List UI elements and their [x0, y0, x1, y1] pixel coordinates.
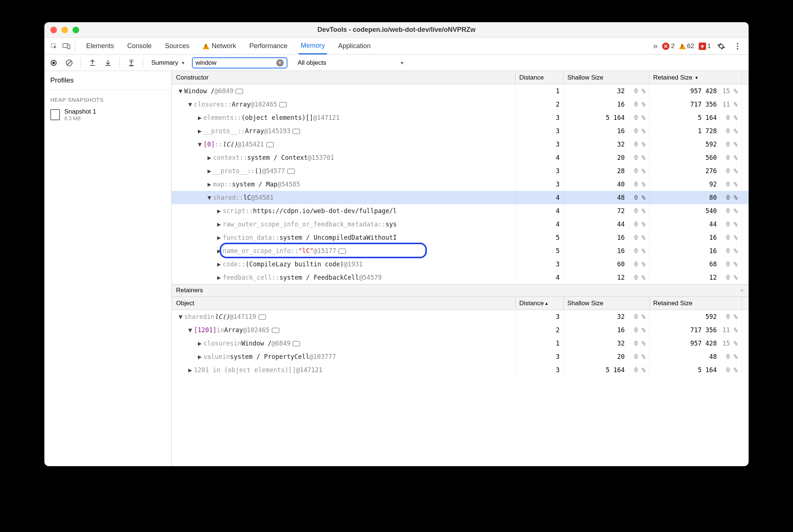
disclosure-icon[interactable]: ▶	[207, 167, 212, 175]
tab-sources[interactable]: Sources	[163, 38, 192, 54]
record-icon[interactable]	[48, 57, 59, 68]
retainer-row[interactable]: ▶value in system / PropertyCell @1037773…	[172, 350, 749, 363]
reveal-icon[interactable]	[266, 142, 274, 147]
chevron-down-icon: ▼	[400, 61, 404, 65]
retainers-header[interactable]: Retainers ≡	[172, 284, 749, 297]
issues-count-label: 1	[708, 43, 711, 50]
retainer-row[interactable]: ▼[1201] in Array @1024652160 %717 35611 …	[172, 323, 749, 337]
traffic-lights	[50, 27, 79, 33]
class-filter-input[interactable]: ✕	[192, 57, 287, 68]
settings-icon[interactable]	[715, 40, 727, 52]
disclosure-icon[interactable]: ▶	[198, 127, 202, 135]
heap-row[interactable]: ▶raw_outer_scope_info_or_feedback_metada…	[172, 218, 749, 231]
retainers-label: Retainers	[176, 287, 203, 294]
svg-rect-7	[129, 65, 134, 66]
disclosure-icon[interactable]: ▼	[198, 141, 202, 148]
col-shallow[interactable]: Shallow Size	[564, 71, 649, 84]
heap-row[interactable]: ▶name_or_scope_info :: "lC" @151775160 %…	[172, 244, 749, 257]
tab-network[interactable]: Network	[200, 38, 238, 54]
more-tabs-button[interactable]: »	[649, 40, 661, 52]
heap-row[interactable]: ▼[0] :: lC() @1454213320 %5920 %	[172, 138, 749, 151]
col-distance[interactable]: Distance	[516, 71, 564, 84]
disclosure-icon[interactable]: ▶	[207, 154, 212, 161]
svg-point-4	[53, 61, 55, 64]
resize-grip-icon[interactable]: ≡	[740, 287, 744, 293]
heap-row[interactable]: ▶code :: (CompileLazy builtin code) @193…	[172, 257, 749, 271]
tab-application[interactable]: Application	[336, 38, 373, 54]
reveal-icon[interactable]	[338, 249, 346, 254]
window-title: DevTools - codepen.io/web-dot-dev/live/o…	[44, 26, 749, 34]
warning-count-label: 62	[687, 43, 694, 50]
heap-row[interactable]: ▶function_data :: system / UncompiledDat…	[172, 231, 749, 244]
disclosure-icon[interactable]: ▶	[217, 260, 221, 268]
sort-asc-icon: ▲	[544, 301, 549, 306]
reveal-icon[interactable]	[293, 129, 300, 134]
sort-desc-icon: ▼	[695, 75, 699, 80]
reveal-icon[interactable]	[279, 102, 287, 107]
retainer-row[interactable]: ▶1201 in (object elements)[] @14712135 1…	[172, 363, 749, 377]
reveal-icon[interactable]	[259, 314, 266, 320]
heap-row[interactable]: ▶__proto__ :: Array @1451933160 %1 7280 …	[172, 124, 749, 138]
heap-row[interactable]: ▶__proto__ :: () @545773280 %2760 %	[172, 164, 749, 178]
issues-icon: ■	[699, 43, 706, 50]
load-profile-icon[interactable]	[87, 57, 98, 68]
snapshot-item[interactable]: Snapshot 16.3 MB	[44, 105, 171, 124]
retainer-row[interactable]: ▶closures in Window / @68491320 %957 428…	[172, 337, 749, 350]
clear-icon[interactable]	[64, 57, 75, 68]
inspect-icon[interactable]	[48, 40, 60, 52]
col-retained[interactable]: Retained Size ▼	[649, 71, 741, 84]
tab-console[interactable]: Console	[125, 38, 154, 54]
kebab-menu-icon[interactable]	[732, 40, 743, 52]
device-toolbar-icon[interactable]	[61, 40, 72, 52]
class-filter-field[interactable]	[196, 59, 274, 67]
disclosure-icon[interactable]: ▶	[198, 340, 202, 347]
disclosure-icon[interactable]: ▼	[207, 194, 212, 201]
reveal-icon[interactable]	[293, 341, 300, 346]
disclosure-icon[interactable]: ▶	[217, 274, 221, 281]
reveal-icon[interactable]	[272, 328, 279, 333]
tab-performance[interactable]: Performance	[247, 38, 290, 54]
view-dropdown[interactable]: Summary ▼	[149, 58, 188, 68]
col-object[interactable]: Object	[172, 297, 516, 310]
disclosure-icon[interactable]: ▼	[188, 101, 192, 108]
heap-row[interactable]: ▼shared :: lC @545814480 %800 %	[172, 191, 749, 204]
disclosure-icon[interactable]: ▶	[198, 114, 202, 121]
disclosure-icon[interactable]: ▶	[217, 220, 221, 228]
heap-row[interactable]: ▶elements :: (object elements)[] @147121…	[172, 111, 749, 124]
disclosure-icon[interactable]: ▶	[198, 353, 202, 360]
warning-count[interactable]: 62	[679, 43, 694, 50]
error-count[interactable]: ✕ 2	[662, 43, 674, 50]
disclosure-icon[interactable]: ▶	[217, 247, 221, 255]
zoom-window-button[interactable]	[72, 27, 79, 33]
heap-row[interactable]: ▼closures :: Array @1024652160 %717 3561…	[172, 98, 749, 111]
save-profile-icon[interactable]	[102, 57, 114, 68]
col-shallow[interactable]: Shallow Size	[564, 297, 649, 310]
minimize-window-button[interactable]	[61, 27, 68, 33]
disclosure-icon[interactable]: ▼	[188, 326, 192, 334]
heap-row[interactable]: ▶script :: https://cdpn.io/web-dot-dev/f…	[172, 204, 749, 218]
clear-filter-icon[interactable]: ✕	[276, 59, 284, 67]
reveal-icon[interactable]	[236, 89, 243, 94]
disclosure-icon[interactable]: ▶	[188, 366, 192, 374]
collect-garbage-icon[interactable]	[126, 57, 137, 68]
heap-row[interactable]: ▼Window / @68491320 %957 42815 %	[172, 84, 749, 98]
close-window-button[interactable]	[50, 27, 57, 33]
disclosure-icon[interactable]: ▼	[178, 313, 183, 320]
col-retained[interactable]: Retained Size	[649, 297, 741, 310]
heap-row[interactable]: ▶map :: system / Map @545853400 %920 %	[172, 178, 749, 191]
retainer-row[interactable]: ▼shared in lC() @1471193320 %5920 %	[172, 310, 749, 323]
disclosure-icon[interactable]: ▶	[207, 181, 212, 188]
issues-count[interactable]: ■ 1	[699, 43, 711, 50]
col-constructor[interactable]: Constructor	[172, 71, 516, 84]
disclosure-icon[interactable]: ▼	[178, 87, 183, 95]
heap-row[interactable]: ▶context :: system / Context @1537014200…	[172, 151, 749, 164]
col-distance[interactable]: Distance▲	[516, 297, 564, 310]
objects-scope-dropdown[interactable]: All objects ▼	[296, 58, 406, 68]
reveal-icon[interactable]	[287, 169, 295, 174]
disclosure-icon[interactable]: ▶	[217, 234, 221, 241]
heap-row[interactable]: ▶feedback_cell :: system / FeedbackCell …	[172, 271, 749, 284]
tab-elements[interactable]: Elements	[84, 38, 116, 54]
error-icon: ✕	[662, 43, 669, 50]
disclosure-icon[interactable]: ▶	[217, 207, 221, 215]
tab-memory[interactable]: Memory	[298, 38, 327, 54]
